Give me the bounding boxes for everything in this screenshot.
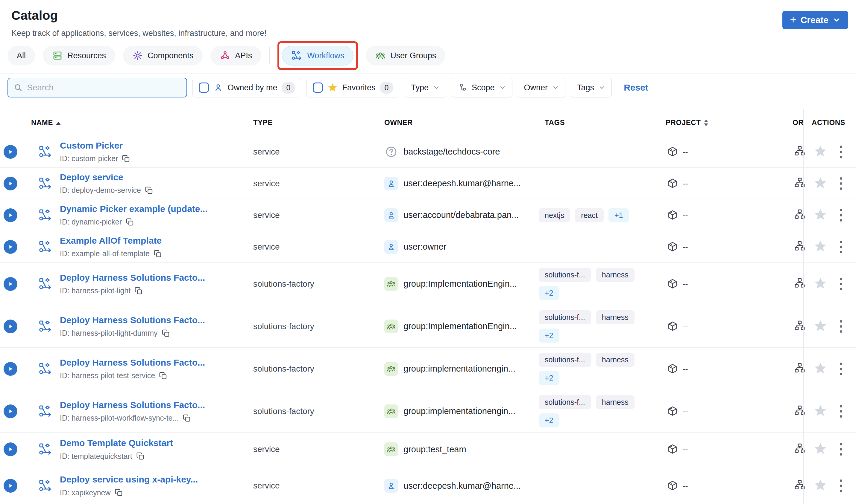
favorite-star-icon[interactable] xyxy=(814,478,827,493)
tag-pill: react xyxy=(575,208,604,222)
favorite-star-icon[interactable] xyxy=(814,208,827,223)
type-cell: solutions-factory xyxy=(253,279,314,289)
row-menu-button[interactable] xyxy=(838,441,844,457)
run-workflow-play-button[interactable] xyxy=(4,240,17,254)
tags-dropdown[interactable]: Tags xyxy=(571,78,612,97)
copy-icon[interactable] xyxy=(182,414,191,423)
tab-resources[interactable]: Resources xyxy=(43,46,115,66)
entity-name-link[interactable]: Deploy service xyxy=(60,172,154,182)
server-icon xyxy=(52,50,63,61)
type-cell: service xyxy=(253,242,280,252)
tab-workflows[interactable]: Workflows xyxy=(282,46,354,66)
row-menu-button[interactable] xyxy=(838,318,844,335)
tab-apis[interactable]: APIs xyxy=(210,46,261,66)
more-tags-pill[interactable]: +1 xyxy=(609,208,629,222)
entity-name-link[interactable]: Deploy Harness Solutions Facto... xyxy=(60,400,205,410)
org-chart-icon[interactable] xyxy=(794,277,806,291)
copy-icon[interactable] xyxy=(136,452,145,461)
entity-name-link[interactable]: Dynamic Picker example (update... xyxy=(60,204,208,214)
owner-dropdown[interactable]: Owner xyxy=(518,78,566,97)
run-workflow-play-button[interactable] xyxy=(4,177,17,191)
workflow-icon xyxy=(38,479,53,493)
tab-user-groups[interactable]: User Groups xyxy=(366,46,445,66)
type-dropdown[interactable]: Type xyxy=(405,78,446,97)
more-tags-pill[interactable]: +2 xyxy=(539,413,560,428)
row-menu-button[interactable] xyxy=(838,361,844,377)
row-menu-button[interactable] xyxy=(838,478,844,494)
org-chart-icon[interactable] xyxy=(794,320,806,333)
owner-name: user:owner xyxy=(404,242,446,252)
favorite-star-icon[interactable] xyxy=(814,404,827,419)
owned-by-me-label: Owned by me xyxy=(227,83,277,92)
chevron-down-icon xyxy=(433,84,440,91)
run-workflow-play-button[interactable] xyxy=(4,443,17,456)
org-chart-icon[interactable] xyxy=(794,177,806,190)
favorite-star-icon[interactable] xyxy=(814,276,827,291)
reset-filters-link[interactable]: Reset xyxy=(624,83,648,93)
org-chart-icon[interactable] xyxy=(794,209,806,222)
column-header-name[interactable]: NAME xyxy=(31,119,61,127)
row-menu-button[interactable] xyxy=(838,176,844,192)
copy-icon[interactable] xyxy=(134,286,143,295)
owned-by-me-filter[interactable]: Owned by me 0 xyxy=(192,78,301,97)
run-workflow-play-button[interactable] xyxy=(4,362,17,376)
row-menu-button[interactable] xyxy=(838,403,844,419)
favorite-star-icon[interactable] xyxy=(814,361,827,376)
entity-name-link[interactable]: Custom Picker xyxy=(60,141,131,151)
run-workflow-play-button[interactable] xyxy=(4,320,17,333)
search-box[interactable] xyxy=(7,78,187,97)
row-menu-button[interactable] xyxy=(838,144,844,160)
entity-name-link[interactable]: Deploy Harness Solutions Facto... xyxy=(60,315,205,325)
entity-name-link[interactable]: Deploy Harness Solutions Facto... xyxy=(60,273,205,283)
column-header-project[interactable]: PROJECT xyxy=(666,119,708,127)
tab-components[interactable]: Components xyxy=(123,46,203,66)
row-menu-button[interactable] xyxy=(838,239,844,255)
entity-name-link[interactable]: Deploy service using x-api-key... xyxy=(60,474,198,485)
org-chart-icon[interactable] xyxy=(794,443,806,456)
copy-icon[interactable] xyxy=(153,249,162,258)
entity-name-link[interactable]: Deploy Harness Solutions Facto... xyxy=(60,358,205,368)
search-input[interactable] xyxy=(27,83,181,92)
favorite-star-icon[interactable] xyxy=(814,442,827,457)
favorite-star-icon[interactable] xyxy=(814,144,827,159)
tab-all[interactable]: All xyxy=(7,46,35,66)
org-chart-icon[interactable] xyxy=(794,479,806,492)
create-button[interactable]: + Create xyxy=(782,11,848,29)
copy-icon[interactable] xyxy=(125,218,134,227)
tags-cell: solutions-f...harness+2 xyxy=(539,268,652,300)
favorite-star-icon[interactable] xyxy=(814,319,827,334)
entity-name-link[interactable]: Example AllOf Template xyxy=(60,236,162,246)
row-menu-button[interactable] xyxy=(838,207,844,223)
copy-icon[interactable] xyxy=(121,154,131,163)
run-workflow-play-button[interactable] xyxy=(4,145,17,159)
favorites-checkbox[interactable] xyxy=(313,83,323,93)
owner-cell: group:implementationengin... xyxy=(384,404,515,418)
run-workflow-play-button[interactable] xyxy=(4,479,17,493)
run-workflow-play-button[interactable] xyxy=(4,208,17,222)
row-menu-button[interactable] xyxy=(838,276,844,292)
more-tags-pill[interactable]: +2 xyxy=(539,328,560,343)
entity-id: ID: templatequickstart xyxy=(60,452,132,461)
run-workflow-play-button[interactable] xyxy=(4,277,17,291)
owner-name: group:ImplementationEngin... xyxy=(404,279,517,289)
org-chart-icon[interactable] xyxy=(794,240,806,253)
more-tags-pill[interactable]: +2 xyxy=(539,286,560,300)
owned-by-me-checkbox[interactable] xyxy=(199,83,209,93)
copy-icon[interactable] xyxy=(159,371,168,380)
owner-dropdown-label: Owner xyxy=(524,83,548,92)
more-tags-pill[interactable]: +2 xyxy=(539,371,560,385)
org-chart-icon[interactable] xyxy=(794,145,806,159)
org-chart-icon[interactable] xyxy=(794,405,806,418)
scope-dropdown[interactable]: Scope xyxy=(452,78,512,97)
run-workflow-play-button[interactable] xyxy=(4,404,17,418)
org-chart-icon[interactable] xyxy=(794,362,806,376)
copy-icon[interactable] xyxy=(114,488,123,497)
favorite-star-icon[interactable] xyxy=(814,239,827,254)
favorites-filter[interactable]: Favorites 0 xyxy=(307,78,399,97)
entity-name-link[interactable]: Demo Template Quickstart xyxy=(60,438,173,448)
favorite-star-icon[interactable] xyxy=(814,176,827,191)
owner-cell: user:account/debabrata.pan... xyxy=(384,208,519,222)
copy-icon[interactable] xyxy=(161,329,170,338)
owner-name: group:test_team xyxy=(404,445,466,454)
copy-icon[interactable] xyxy=(144,186,154,195)
